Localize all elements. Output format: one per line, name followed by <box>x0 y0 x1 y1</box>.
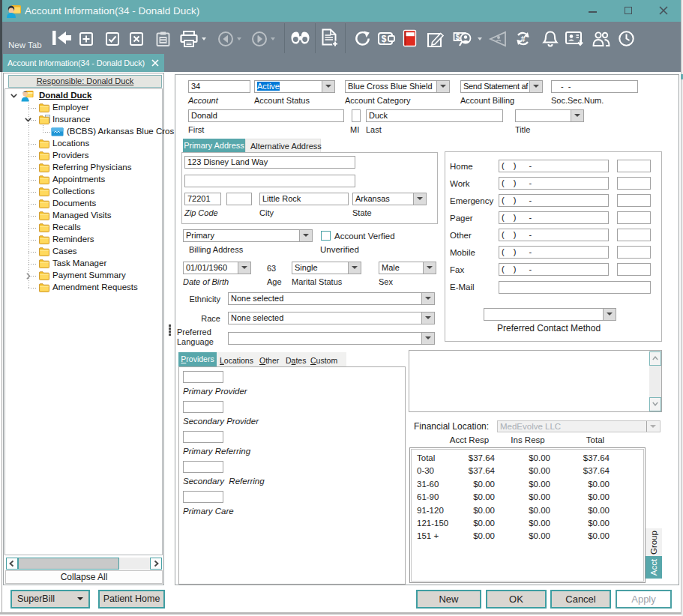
svg-text:$: $ <box>382 34 387 44</box>
svg-text:$: $ <box>456 33 460 41</box>
svg-text:#: # <box>520 34 525 43</box>
